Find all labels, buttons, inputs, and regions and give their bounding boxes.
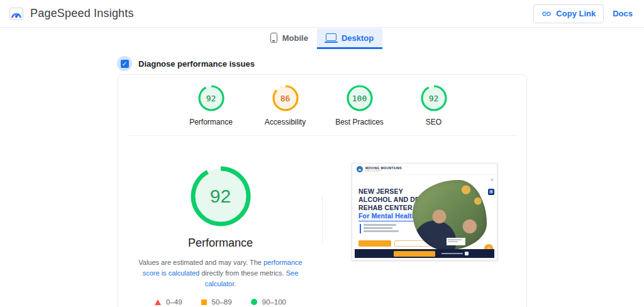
best-practices-gauge: 100 xyxy=(345,84,374,113)
diagnose-checkbox[interactable]: ✓ xyxy=(117,56,132,71)
performance-section: 92 Performance Values are estimated and … xyxy=(118,136,526,306)
site-primary-button xyxy=(358,240,391,247)
main-performance-score: 92 xyxy=(191,166,251,226)
tab-mobile[interactable]: Mobile xyxy=(262,28,317,49)
site-paragraph xyxy=(360,224,399,233)
photo-caption xyxy=(447,238,465,245)
site-name: MOVING MOUNTAINS xyxy=(365,166,402,170)
pagespeed-logo-icon xyxy=(9,6,24,21)
vertical-divider xyxy=(322,196,323,243)
accessibility-widget-icon: ♿ xyxy=(488,189,494,195)
legend-average: 50–89 xyxy=(201,298,232,306)
site-cta-buttons xyxy=(358,240,432,247)
main-performance-gauge: 92 xyxy=(191,166,251,226)
report-card: 92 Performance 86 Accessibility xyxy=(118,74,527,307)
link-icon xyxy=(541,9,552,19)
score-best-practices[interactable]: 100 Best Practices xyxy=(332,84,387,126)
average-square-icon xyxy=(201,299,207,305)
performance-score-value: 92 xyxy=(197,84,226,113)
copy-link-label: Copy Link xyxy=(556,9,596,18)
category-scores: 92 Performance 86 Accessibility xyxy=(118,75,526,126)
seo-score-value: 92 xyxy=(419,84,448,113)
legend-good: 90–100 xyxy=(251,298,286,306)
seo-gauge: 92 xyxy=(419,84,448,113)
score-legend: 0–49 50–89 90–100 xyxy=(155,298,286,306)
legend-fail: 0–49 xyxy=(155,298,182,306)
docs-link[interactable]: Docs xyxy=(613,9,635,18)
pagespeed-insights-app: PageSpeed Insights Copy Link Docs Mobile… xyxy=(0,0,644,307)
score-performance[interactable]: 92 Performance xyxy=(184,84,239,126)
good-circle-icon xyxy=(251,299,257,305)
diagnose-label: Diagnose performance issues xyxy=(138,59,255,69)
desktop-laptop-icon xyxy=(326,33,336,41)
tab-desktop[interactable]: Desktop xyxy=(317,28,382,49)
site-footer-badge-icon xyxy=(465,252,469,255)
site-footer-cta xyxy=(394,251,435,257)
legend-average-range: 50–89 xyxy=(212,298,232,306)
header-actions: Copy Link Docs xyxy=(533,4,635,23)
site-screenshot-thumbnail[interactable]: MOVING MOUNTAINS RECOVERY × ♿ NEW JERSEY… xyxy=(352,163,497,260)
diagnose-row: ✓ Diagnose performance issues xyxy=(117,56,255,71)
checkbox-check-icon: ✓ xyxy=(121,60,129,68)
headline-highlight: For Mental Health xyxy=(358,212,416,221)
device-tabs: Mobile Desktop xyxy=(0,28,644,49)
site-logo-icon xyxy=(357,166,363,172)
accessibility-gauge: 86 xyxy=(271,84,300,113)
app-header: PageSpeed Insights Copy Link Docs xyxy=(0,0,644,28)
tab-mobile-label: Mobile xyxy=(282,33,308,43)
site-footer-text xyxy=(441,252,469,255)
page-title: PageSpeed Insights xyxy=(30,7,134,20)
performance-summary: 92 Performance Values are estimated and … xyxy=(118,136,323,306)
score-disclaimer: Values are estimated and may vary. The p… xyxy=(133,257,308,289)
site-subname: RECOVERY xyxy=(365,170,402,172)
close-icon: × xyxy=(491,177,494,183)
screenshot-pane: MOVING MOUNTAINS RECOVERY × ♿ NEW JERSEY… xyxy=(323,136,526,306)
accessibility-score-value: 86 xyxy=(271,84,300,113)
score-seo[interactable]: 92 SEO xyxy=(406,84,462,126)
site-footer-bar xyxy=(355,249,494,258)
disclaimer-text-2: directly from these metrics. xyxy=(199,269,286,277)
score-accessibility[interactable]: 86 Accessibility xyxy=(258,84,313,126)
performance-gauge: 92 xyxy=(197,84,226,113)
mobile-phone-icon xyxy=(270,33,277,43)
best-practices-score-label: Best Practices xyxy=(335,118,384,126)
main-performance-label: Performance xyxy=(188,237,253,250)
tab-desktop-label: Desktop xyxy=(341,33,374,43)
site-header: MOVING MOUNTAINS RECOVERY xyxy=(352,164,497,175)
legend-good-range: 90–100 xyxy=(262,298,286,306)
copy-link-button[interactable]: Copy Link xyxy=(533,4,604,23)
disclaimer-text-1: Values are estimated and may vary. The xyxy=(138,259,264,266)
best-practices-score-value: 100 xyxy=(345,84,374,113)
accessibility-score-label: Accessibility xyxy=(265,118,306,126)
legend-fail-range: 0–49 xyxy=(166,298,182,306)
fail-triangle-icon xyxy=(155,299,161,305)
performance-score-label: Performance xyxy=(189,118,233,126)
seo-score-label: SEO xyxy=(426,118,441,126)
